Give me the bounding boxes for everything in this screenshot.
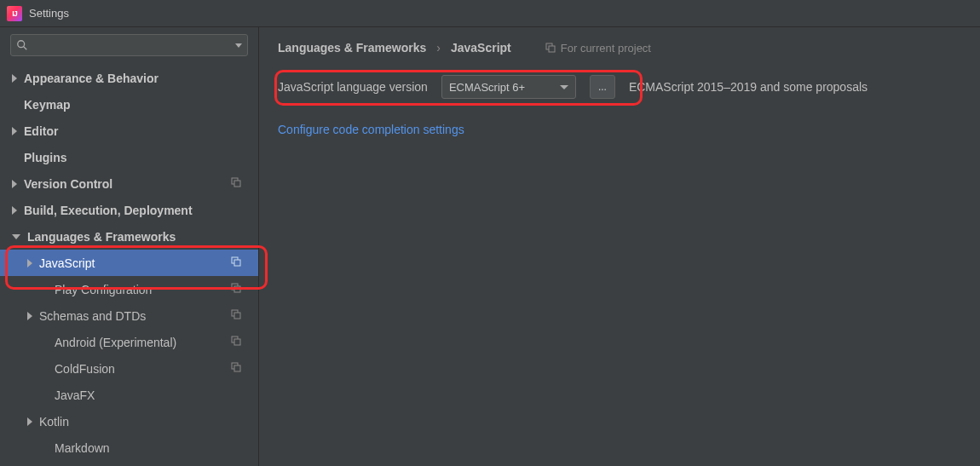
project-scope-label: For current project xyxy=(561,42,651,55)
project-scope-icon xyxy=(231,283,241,293)
sidebar-item-kotlin[interactable]: Kotlin xyxy=(0,408,258,434)
sidebar-item-label: Version Control xyxy=(24,177,112,191)
sidebar-item-label: Editor xyxy=(24,124,58,138)
sidebar-item-keymap[interactable]: Keymap xyxy=(0,91,258,118)
language-version-label: JavaScript language version xyxy=(278,80,428,94)
sidebar-item-label: Schemas and DTDs xyxy=(39,309,146,323)
sidebar-item-label: ColdFusion xyxy=(55,362,115,376)
chevron-right-icon xyxy=(27,312,32,320)
breadcrumb: Languages & Frameworks › JavaScript For … xyxy=(278,41,961,55)
sidebar-item-label: JavaFX xyxy=(55,388,95,402)
sidebar-item-schemas-and-dtds[interactable]: Schemas and DTDs xyxy=(0,302,258,329)
sidebar-item-coldfusion[interactable]: ColdFusion xyxy=(0,355,258,382)
sidebar-item-plugins[interactable]: Plugins xyxy=(0,144,258,170)
chevron-right-icon xyxy=(27,417,32,426)
sidebar-item-label: Markdown xyxy=(55,441,110,455)
svg-rect-7 xyxy=(234,286,240,292)
language-version-select[interactable]: ECMAScript 6+ xyxy=(441,75,576,99)
breadcrumb-item[interactable]: Languages & Frameworks xyxy=(278,41,426,55)
select-value: ECMAScript 6+ xyxy=(449,81,525,94)
sidebar-item-languages-frameworks[interactable]: Languages & Frameworks xyxy=(0,223,258,250)
svg-rect-9 xyxy=(234,313,240,319)
project-scope-badge: For current project xyxy=(545,42,651,55)
sidebar-item-label: Android (Experimental) xyxy=(55,336,176,349)
app-icon xyxy=(7,6,22,21)
breadcrumb-item[interactable]: JavaScript xyxy=(451,41,511,55)
sidebar-item-markdown[interactable]: Markdown xyxy=(0,434,258,461)
sidebar-item-android-experimental[interactable]: Android (Experimental) xyxy=(0,329,258,355)
sidebar-item-label: Kotlin xyxy=(39,415,69,429)
chevron-right-icon xyxy=(12,180,17,188)
sidebar-item-label: Keymap xyxy=(24,98,70,112)
sidebar-item-build-execution-deployment[interactable]: Build, Execution, Deployment xyxy=(0,197,258,223)
browse-button[interactable]: ... xyxy=(590,75,615,99)
svg-line-1 xyxy=(24,47,27,50)
sidebar-item-javafx[interactable]: JavaFX xyxy=(0,382,258,408)
svg-rect-13 xyxy=(234,365,240,371)
window-title: Settings xyxy=(29,7,69,20)
sidebar-item-version-control[interactable]: Version Control xyxy=(0,170,258,197)
sidebar-item-appearance-behavior[interactable]: Appearance & Behavior xyxy=(0,65,258,91)
sidebar-item-editor[interactable]: Editor xyxy=(0,118,258,144)
chevron-right-icon: › xyxy=(436,41,441,55)
ellipsis-icon: ... xyxy=(598,81,607,93)
chevron-down-icon[interactable] xyxy=(235,43,242,48)
sidebar-item-javascript[interactable]: JavaScript xyxy=(0,250,258,276)
settings-tree: Appearance & BehaviorKeymapEditorPlugins… xyxy=(0,65,258,466)
content-panel: Languages & Frameworks › JavaScript For … xyxy=(259,27,980,466)
project-scope-icon xyxy=(231,362,241,372)
project-scope-icon xyxy=(231,309,241,319)
chevron-right-icon xyxy=(12,206,17,215)
search-input[interactable] xyxy=(10,34,248,56)
settings-sidebar: Appearance & BehaviorKeymapEditorPlugins… xyxy=(0,27,259,466)
sidebar-item-label: Appearance & Behavior xyxy=(24,72,159,85)
svg-rect-11 xyxy=(234,339,240,345)
svg-point-0 xyxy=(18,41,25,48)
project-scope-icon xyxy=(231,336,241,346)
sidebar-item-label: JavaScript xyxy=(39,256,95,270)
search-icon xyxy=(16,39,28,51)
chevron-right-icon xyxy=(27,259,32,268)
sidebar-item-play-configuration[interactable]: Play Configuration xyxy=(0,276,258,302)
svg-rect-15 xyxy=(549,46,555,52)
chevron-down-icon xyxy=(12,234,20,239)
chevron-right-icon xyxy=(12,74,17,83)
svg-rect-5 xyxy=(234,260,240,266)
version-description: ECMAScript 2015–2019 and some proposals xyxy=(629,80,868,94)
chevron-down-icon xyxy=(560,85,568,89)
sidebar-item-label: Build, Execution, Deployment xyxy=(24,204,193,217)
sidebar-item-label: Play Configuration xyxy=(55,283,152,296)
chevron-right-icon xyxy=(12,127,17,135)
project-scope-icon xyxy=(231,256,241,267)
project-scope-icon xyxy=(231,177,241,187)
svg-rect-3 xyxy=(234,181,240,187)
sidebar-item-label: Languages & Frameworks xyxy=(27,230,176,244)
titlebar: Settings xyxy=(0,0,980,27)
sidebar-item-label: Plugins xyxy=(24,151,67,164)
copy-icon xyxy=(545,43,556,53)
configure-completion-link[interactable]: Configure code completion settings xyxy=(278,123,464,136)
